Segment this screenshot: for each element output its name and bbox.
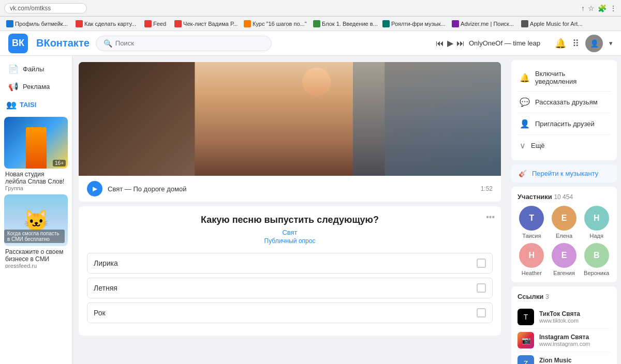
group-icon: 👥 <box>6 100 17 110</box>
poll-option-letnyaya[interactable]: Летняя <box>87 278 493 298</box>
poll-option-rok[interactable]: Рок <box>87 302 493 323</box>
apps-grid-icon[interactable]: ⠿ <box>572 38 579 49</box>
link-item-1[interactable]: 📷Instagram Святаwww.instagram.com <box>518 329 611 352</box>
menu-notifications-label: Включить уведомления <box>535 70 609 85</box>
vk-logo[interactable]: ВК <box>8 34 28 53</box>
avatar-img: 👤 <box>590 39 599 48</box>
browser-controls: ↑ ☆ 🧩 ⋮ <box>581 4 617 12</box>
next-button[interactable]: ⏭ <box>456 39 465 48</box>
bookmark-label-7: Advizer.me | Поиск... <box>461 21 514 27</box>
member-name-3: Heather <box>522 270 542 276</box>
links-list: TТикТок Святаwww.tiktok.com📷Instagram Св… <box>518 306 611 364</box>
sidebar-item-ads[interactable]: 📢 Реклама <box>2 78 70 95</box>
audio-artist: Свят <box>108 185 123 193</box>
menu-divider-3 <box>518 134 611 135</box>
prev-button[interactable]: ⏮ <box>436 39 444 48</box>
link-title-0: ТикТок Свята <box>539 310 580 317</box>
bookmark-item-4[interactable]: Курс "16 шагов по..." <box>241 19 308 28</box>
post-card: ▶ Свят — По дороге домой 1:52 <box>79 62 501 202</box>
audio-play-button[interactable]: ▶ <box>87 181 102 196</box>
audio-player: ⏮ ▶ ⏭ OnlyOneOf — time leap <box>436 38 540 48</box>
link-item-0[interactable]: TТикТок Святаwww.tiktok.com <box>518 306 611 329</box>
bookmark-favicon-3 <box>174 20 182 27</box>
link-info-1: Instagram Святаwww.instagram.com <box>539 333 590 347</box>
menu-item-notifications[interactable]: 🔔 Включить уведомления <box>518 66 611 89</box>
browser-bar: vk.com/omtkss ↑ ☆ 🧩 ⋮ <box>0 0 621 17</box>
links-title-text: Ссылки <box>518 293 543 300</box>
bookmark-item-6[interactable]: Роялти-фри музык... <box>379 19 447 28</box>
sidebar-ad-studio[interactable]: 16+ Новая студия лейбла Сплав Слов! Груп… <box>4 117 68 191</box>
member-item-1[interactable]: ЕЕлена <box>550 206 579 239</box>
bg-right <box>353 62 501 176</box>
link-info-0: ТикТок Святаwww.tiktok.com <box>539 310 580 324</box>
link-url-1: www.instagram.com <box>539 341 590 347</box>
poll-title: Какую песню выпустить следующую? <box>87 215 493 225</box>
member-item-2[interactable]: ННадя <box>582 206 611 239</box>
share-menu-icon: 💬 <box>520 97 530 107</box>
poll-checkbox-rok[interactable] <box>477 308 486 317</box>
sidebar-group-taisi[interactable]: 👥 TAISI <box>0 96 72 114</box>
extension-icon[interactable]: 🧩 <box>598 4 607 12</box>
sidebar-group-label: TAISI <box>20 101 36 109</box>
sidebar-item-files[interactable]: 📄 Файлы <box>2 60 70 78</box>
play-button[interactable]: ▶ <box>447 38 453 48</box>
bookmark-label-0: Профиль битмейк... <box>15 21 68 27</box>
bookmark-label-6: Роялти-фри музык... <box>391 21 446 27</box>
bookmark-item-2[interactable]: Feed <box>141 19 169 28</box>
header-icons: 🔔 ⠿ 👤 ▾ <box>555 35 613 52</box>
bookmark-label-2: Feed <box>153 21 166 27</box>
link-info-2: Zion MusicArtist Development & Label <box>539 357 608 364</box>
poll-more-button[interactable]: ••• <box>486 213 495 222</box>
member-item-5[interactable]: ВВероника <box>582 243 611 276</box>
bookmark-label-5: Блок 1. Введение в... <box>322 21 377 27</box>
member-avatar-4: Е <box>552 243 576 268</box>
ads-icon: 📢 <box>8 82 19 92</box>
poll-checkbox-letnyaya[interactable] <box>477 283 486 293</box>
bookmark-favicon-2 <box>144 20 152 27</box>
bookmark-item-5[interactable]: Блок 1. Введение в... <box>310 19 377 28</box>
member-item-0[interactable]: ТТаисия <box>518 206 546 239</box>
poll-type: Публичный опрос <box>87 237 493 245</box>
menu-share-label: Рассказать друзьям <box>535 98 598 106</box>
search-input[interactable] <box>115 39 264 47</box>
link-item-2[interactable]: ZZion MusicArtist Development & Label <box>518 352 611 364</box>
member-item-4[interactable]: ЕЕвгения <box>550 243 579 276</box>
browser-url-bar[interactable]: vk.com/omtkss <box>4 3 87 13</box>
ad-biz-sub: pressfeed.ru <box>4 263 68 269</box>
share-icon[interactable]: ↑ <box>581 4 585 12</box>
bookmark-icon[interactable]: ☆ <box>588 4 595 12</box>
menu-item-share[interactable]: 💬 Рассказать друзьям <box>518 94 611 111</box>
files-icon: 📄 <box>8 64 19 74</box>
member-avatar-2: Н <box>584 206 609 231</box>
chevron-down-icon[interactable]: ▾ <box>609 39 613 47</box>
menu-item-more[interactable]: ∨ Ещё <box>518 137 611 154</box>
poll-option-lirika[interactable]: Лирика <box>87 253 493 274</box>
audio-track-name: По дороге домой <box>133 185 186 193</box>
menu-icon[interactable]: ⋮ <box>610 4 617 12</box>
left-sidebar: 📄 Файлы 📢 Реклама 👥 TAISI 16+ Новая студ… <box>0 56 72 364</box>
go-musician-button[interactable]: 🎸 Перейти к музыканту <box>511 164 617 183</box>
bell-icon[interactable]: 🔔 <box>555 38 566 49</box>
link-favicon-1: 📷 <box>518 332 534 348</box>
bookmark-favicon-4 <box>244 20 251 27</box>
member-name-1: Елена <box>556 233 572 239</box>
menu-item-invite[interactable]: 👤 Пригласить друзей <box>518 115 611 132</box>
poll-checkbox-lirika[interactable] <box>477 259 486 268</box>
bookmark-item-8[interactable]: Apple Music for Art... <box>518 19 585 28</box>
sidebar-ad-biz[interactable]: 🐱 Когда смогла попасть в СМИ бесплатно Р… <box>4 194 68 269</box>
ad-studio-image: 16+ <box>4 117 68 169</box>
search-bar[interactable]: 🔍 <box>96 36 272 51</box>
chevron-menu-icon: ∨ <box>520 141 526 150</box>
members-count: 10 454 <box>554 193 573 201</box>
bookmark-item-3[interactable]: Чек-лист Вадима Р... <box>171 19 239 28</box>
bookmark-favicon-1 <box>76 20 83 27</box>
member-name-4: Евгения <box>553 270 574 276</box>
user-avatar[interactable]: 👤 <box>585 35 603 52</box>
bookmark-favicon-6 <box>382 20 390 27</box>
bookmark-item-0[interactable]: Профиль битмейк... <box>3 19 70 28</box>
bookmark-item-7[interactable]: Advizer.me | Поиск... <box>449 19 516 28</box>
vk-brand-name: ВКонтакте <box>36 37 90 49</box>
member-item-3[interactable]: HHeather <box>518 243 546 276</box>
member-name-0: Таисия <box>522 233 541 239</box>
bookmark-item-1[interactable]: Как сделать карту... <box>72 19 139 28</box>
